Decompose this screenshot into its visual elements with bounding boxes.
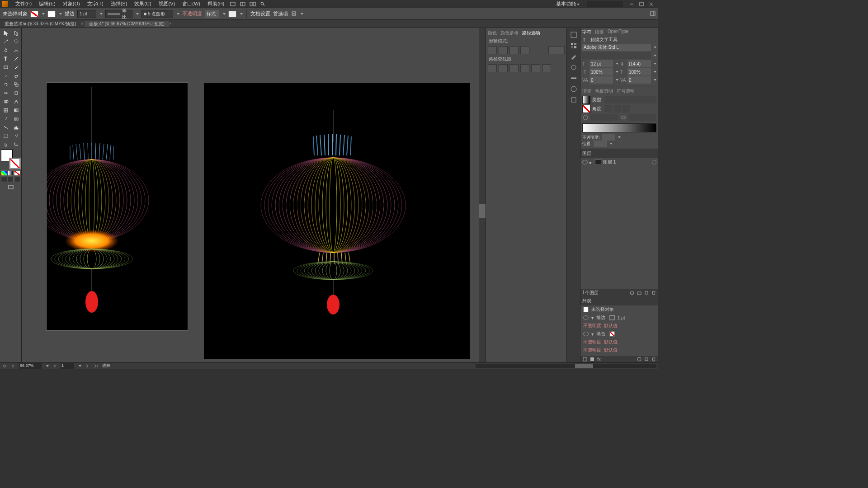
layer-visibility-icon[interactable] — [582, 160, 588, 164]
fill-swatch[interactable] — [30, 11, 38, 17]
eyedropper-tool[interactable] — [1, 115, 11, 123]
locate-icon[interactable] — [629, 290, 635, 296]
kerning-input[interactable]: 0 — [590, 76, 613, 84]
grad-stroke-opt1-icon[interactable] — [604, 105, 612, 113]
eraser-tool[interactable] — [11, 72, 21, 80]
new-sublayer-icon[interactable] — [637, 290, 642, 296]
tab-gradient[interactable]: 渐变 — [582, 88, 591, 94]
fill-stroke-color[interactable] — [1, 150, 21, 169]
slice-tool[interactable] — [11, 132, 21, 140]
hscale-input[interactable]: 100% — [627, 68, 651, 75]
draw-behind-icon[interactable] — [8, 177, 14, 182]
add-stroke-icon[interactable] — [582, 357, 588, 362]
clear-appearance-icon[interactable] — [637, 357, 642, 362]
dock-symbols-icon[interactable] — [569, 62, 579, 72]
tracking-input[interactable]: 0 — [627, 76, 651, 84]
appearance-fill-opacity[interactable]: 不透明度: 默认值 — [580, 338, 658, 346]
shaper-tool[interactable] — [1, 72, 11, 80]
search-icon[interactable] — [258, 1, 268, 7]
gradient-preview-swatch[interactable] — [582, 96, 590, 104]
document-tab-1[interactable]: 重叠艺术ai @ 33.33% (CMYK/预览) — [0, 21, 81, 27]
screen-mode-icon[interactable] — [1, 183, 21, 191]
trim-icon[interactable] — [499, 64, 508, 72]
none-mode-icon[interactable] — [14, 170, 20, 176]
artboard-tool[interactable] — [1, 132, 11, 140]
layers-tab[interactable]: 图层 — [580, 149, 658, 158]
minimize-button[interactable] — [627, 1, 637, 7]
dock-library-icon[interactable] — [569, 30, 579, 40]
lasso-tool[interactable] — [11, 38, 21, 46]
exclude-icon[interactable] — [520, 46, 529, 54]
menu-edit[interactable]: 编辑(E) — [35, 0, 59, 7]
align-icon[interactable] — [291, 11, 297, 17]
perspective-tool[interactable] — [11, 98, 21, 106]
touch-type-button[interactable]: T 触摸文字工具 — [580, 36, 658, 43]
color-mode-icon[interactable] — [1, 170, 7, 176]
intersect-icon[interactable] — [509, 46, 519, 54]
grad-stroke-opt3-icon[interactable] — [623, 105, 630, 113]
menu-type[interactable]: 文字(T) — [84, 0, 107, 7]
width-tool[interactable] — [1, 89, 11, 97]
font-style-dropdown[interactable] — [582, 52, 651, 59]
delete-layer-icon[interactable] — [651, 290, 656, 296]
arrange-icon[interactable] — [248, 1, 258, 7]
doc-setup-button[interactable]: 文档设置 — [250, 10, 270, 17]
brush-dropdown[interactable]: 5 点圆形 — [142, 10, 173, 18]
grad-stroke-opt2-icon[interactable] — [613, 105, 621, 113]
workspace-switcher[interactable]: 基本功能 — [552, 0, 583, 7]
tab-opentype[interactable]: OpenType — [608, 29, 628, 35]
stroke-swatch[interactable] — [47, 11, 56, 17]
column-graph-tool[interactable] — [11, 123, 21, 131]
close-button[interactable] — [646, 1, 656, 7]
add-effect-icon[interactable]: fx — [597, 357, 602, 362]
last-artboard-icon[interactable] — [93, 364, 99, 368]
add-fill-icon[interactable] — [590, 357, 595, 362]
symbol-sprayer-tool[interactable] — [1, 123, 11, 131]
canvas-vscroll[interactable] — [479, 28, 486, 362]
tab-swatches[interactable]: 色板透明 — [595, 88, 613, 94]
dock-transparency-icon[interactable] — [569, 95, 579, 105]
layer-row-1[interactable]: ▸ 图层 1 — [580, 158, 658, 166]
next-artboard-icon-2[interactable] — [85, 364, 90, 368]
preferences-button[interactable]: 首选项 — [273, 10, 288, 17]
menu-object[interactable]: 对象(O) — [59, 0, 84, 7]
minus-front-icon[interactable] — [499, 46, 508, 54]
pen-tool[interactable] — [1, 46, 11, 54]
zoom-field[interactable]: 66.67% — [19, 363, 42, 369]
tab-character[interactable]: 字符 — [582, 29, 591, 35]
mesh-tool[interactable] — [1, 106, 11, 114]
blend-tool[interactable] — [11, 115, 21, 123]
tab-color[interactable]: 颜色 — [488, 30, 497, 36]
fill-vis-icon[interactable] — [583, 332, 589, 336]
unite-icon[interactable] — [488, 46, 497, 54]
minus-back-icon[interactable] — [542, 64, 551, 72]
gradient-aspect-input[interactable] — [628, 114, 656, 121]
opacity-button[interactable]: 不透明度 — [182, 10, 202, 17]
gradient-tool[interactable] — [11, 106, 21, 114]
curvature-tool[interactable] — [11, 46, 21, 54]
layer-target-icon[interactable] — [652, 160, 656, 164]
dock-swatches-icon[interactable] — [569, 41, 579, 51]
menu-select[interactable]: 选择(S) — [107, 0, 131, 7]
layout2-icon[interactable] — [238, 1, 248, 7]
selection-tool[interactable] — [1, 29, 11, 37]
grad-location-input[interactable] — [594, 141, 607, 147]
stroke-vis-icon[interactable] — [583, 315, 589, 320]
expand-button[interactable] — [548, 46, 565, 54]
line-tool[interactable] — [11, 55, 21, 63]
crop-icon[interactable] — [520, 64, 529, 72]
first-artboard-icon[interactable] — [2, 364, 7, 368]
outline-icon[interactable] — [531, 64, 540, 72]
fill-color-icon[interactable] — [609, 331, 615, 337]
rectangle-tool[interactable] — [1, 63, 11, 71]
type-tool[interactable]: T — [1, 55, 11, 63]
hscroll[interactable] — [476, 364, 656, 368]
dock-stroke-icon[interactable] — [569, 73, 579, 83]
appearance-stroke-row[interactable]: ▾ 描边: 1 pt — [580, 314, 658, 322]
tab-color-guide[interactable]: 颜色参考 — [500, 30, 519, 36]
new-layer-icon[interactable] — [644, 290, 649, 296]
draw-inside-icon[interactable] — [14, 177, 20, 182]
gradient-slider[interactable] — [582, 123, 656, 132]
menu-window[interactable]: 窗口(W) — [179, 0, 204, 7]
panel-toggle-icon[interactable] — [650, 11, 656, 17]
